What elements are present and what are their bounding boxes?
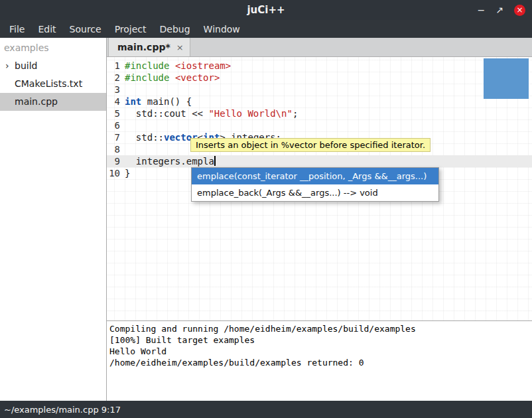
code-text: #include <vector>	[125, 72, 220, 84]
menu-item-source[interactable]: Source	[63, 24, 108, 35]
window-controls: − ↗ ×	[478, 0, 525, 20]
app-window: juCi++ − ↗ × FileEditSourceProjectDebugW…	[0, 0, 532, 418]
chevron-right-icon: ›	[5, 57, 9, 75]
close-button[interactable]: ×	[514, 5, 525, 16]
code-text: std::cout << "Hello World\n";	[125, 107, 298, 119]
console-line: Compiling and running /home/eidheim/exam…	[109, 323, 529, 334]
code-line-5: 5 std::cout << "Hello World\n";	[107, 107, 532, 119]
file-label: main.cpp	[15, 96, 58, 107]
line-number: 2	[107, 72, 125, 84]
project-name-label: examples	[0, 38, 106, 57]
text-cursor	[214, 156, 216, 166]
tab-close-icon[interactable]: ×	[176, 42, 184, 52]
doc-tooltip: Inserts an object in %vector before spec…	[190, 138, 431, 152]
menu-item-edit[interactable]: Edit	[31, 24, 62, 35]
tab-main-cpp[interactable]: main.cpp* ×	[108, 38, 190, 56]
editor-area[interactable]: 1#include <iostream>2#include <vector>34…	[107, 57, 532, 320]
menu-item-window[interactable]: Window	[197, 24, 247, 35]
line-number: 8	[107, 143, 125, 155]
line-number: 1	[107, 60, 125, 72]
code-line-1: 1#include <iostream>	[107, 60, 532, 72]
line-number: 6	[107, 119, 125, 131]
code-text: integers.empla	[125, 155, 216, 167]
line-number: 7	[107, 131, 125, 143]
file-tree: ›buildCMakeLists.txtmain.cpp	[0, 57, 106, 111]
line-number: 10	[107, 167, 125, 179]
code-line-9: 9 integers.empla	[107, 155, 532, 167]
tab-label: main.cpp*	[117, 42, 170, 52]
menu-item-project[interactable]: Project	[108, 24, 153, 35]
scrollbar-thumb[interactable]	[484, 58, 529, 99]
window-title: juCi++	[247, 4, 285, 16]
code-line-6: 6	[107, 119, 532, 131]
code-text: #include <iostream>	[125, 60, 231, 72]
title-bar: juCi++ − ↗ ×	[0, 0, 532, 20]
sidebar-item-build[interactable]: ›build	[0, 57, 106, 75]
file-label: CMakeLists.txt	[15, 78, 82, 89]
autocomplete-popup: emplace(const_iterator __position, _Args…	[191, 167, 439, 202]
menu-bar: FileEditSourceProjectDebugWindow	[0, 20, 532, 38]
line-number: 3	[107, 84, 125, 96]
code-line-4: 4int main() {	[107, 96, 532, 107]
menu-item-file[interactable]: File	[3, 24, 31, 35]
sidebar-item-main-cpp[interactable]: main.cpp	[0, 93, 106, 111]
status-bar: ~/examples/main.cpp 9:17	[0, 401, 532, 418]
file-label: build	[15, 60, 37, 71]
code-line-3: 3	[107, 84, 532, 96]
sidebar-item-cmakelists-txt[interactable]: CMakeLists.txt	[0, 75, 106, 93]
line-number: 5	[107, 107, 125, 119]
tab-bar: main.cpp* ×	[107, 38, 532, 57]
code-text: }	[125, 167, 130, 179]
status-file-position: ~/examples/main.cpp 9:17	[4, 405, 121, 415]
editor-lines: 1#include <iostream>2#include <vector>34…	[107, 57, 532, 179]
console-output: Compiling and running /home/eidheim/exam…	[107, 320, 532, 401]
minimize-button[interactable]: −	[478, 5, 486, 15]
autocomplete-item-1[interactable]: emplace_back(_Args &&__args...) --> void	[192, 184, 438, 201]
sidebar: examples ›buildCMakeLists.txtmain.cpp	[0, 38, 107, 401]
console-line: Hello World	[109, 346, 529, 357]
console-line: /home/eidheim/examples/build/examples re…	[109, 357, 529, 368]
code-text: int main() {	[125, 96, 192, 107]
line-number: 9	[107, 155, 125, 167]
console-line: [100%] Built target examples	[109, 334, 529, 346]
maximize-button[interactable]: ↗	[496, 5, 503, 15]
code-line-2: 2#include <vector>	[107, 72, 532, 84]
menu-item-debug[interactable]: Debug	[153, 24, 197, 35]
autocomplete-item-0[interactable]: emplace(const_iterator __position, _Args…	[192, 168, 438, 184]
line-number: 4	[107, 96, 125, 107]
